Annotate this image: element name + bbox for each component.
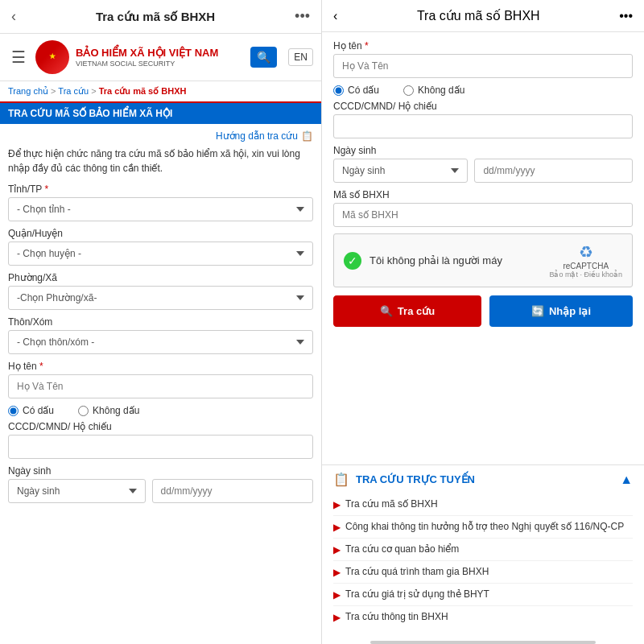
left-nav-title: Tra cứu mã số BHXH — [96, 10, 215, 24]
arrow-icon: ▶ — [333, 544, 341, 555]
thon-label: Thôn/Xóm — [8, 316, 313, 328]
right-ho-ten-label: Họ tên * — [333, 40, 633, 52]
right-ma-so-label: Mã số BHXH — [333, 189, 633, 200]
ho-ten-group: Họ tên * — [8, 361, 313, 398]
khong-dau-radio-label[interactable]: Không dấu — [78, 405, 139, 416]
arrow-icon: ▶ — [333, 522, 341, 533]
ngay-sinh-select[interactable]: Ngày sinh — [8, 479, 146, 503]
captcha-checkmark: ✓ — [344, 252, 361, 270]
recaptcha-icon: ♻ — [579, 242, 593, 262]
hamburger-button[interactable]: ☰ — [8, 46, 29, 68]
thon-group: Thôn/Xóm - Chọn thôn/xóm - — [8, 316, 313, 354]
captcha-right: ♻ reCAPTCHA Bảo mật · Điều khoản — [549, 242, 622, 279]
logo-sub-text: VIETNAM SOCIAL SECURITY — [76, 60, 218, 68]
guide-link-icon: 📋 — [301, 130, 313, 142]
right-nav-dots[interactable]: ••• — [619, 9, 633, 23]
list-item[interactable]: ▶ Tra cứu mã số BHXH — [333, 493, 633, 516]
right-ma-so-input[interactable] — [333, 203, 633, 227]
list-item[interactable]: ▶ Công khai thông tin hưởng hỗ trợ theo … — [333, 516, 633, 539]
logo-text-block: BẢO HIỂM XÃ HỘI VIỆT NAM VIETNAM SOCIAL … — [76, 47, 218, 68]
right-panel: ‹ Tra cứu mã số BHXH ••• Họ tên * Có dấu… — [322, 0, 644, 644]
co-dau-label: Có dấu — [23, 405, 54, 416]
accent-radio-group: Có dấu Không dấu — [8, 405, 313, 416]
search-button-icon: 🔍 — [380, 305, 393, 317]
form-description: Để thực hiện chức năng tra cứu mã số bảo… — [8, 147, 313, 175]
guide-link-text[interactable]: Hướng dẫn tra cứu — [216, 130, 298, 142]
logo-main-text: BẢO HIỂM XÃ HỘI VIỆT NAM — [76, 47, 218, 60]
bottom-bar — [370, 641, 596, 644]
breadcrumb-parent[interactable]: Tra cứu — [58, 86, 89, 96]
arrow-icon: ▶ — [333, 612, 341, 623]
search-button-label: Tra cứu — [398, 305, 435, 317]
left-panel: ‹ Tra cứu mã số BHXH ••• ☰ ★ BẢO HIỂM XÃ… — [0, 0, 322, 644]
online-title: 📋 TRA CỨU TRỰC TUYẾN — [333, 472, 475, 487]
right-ho-ten-input[interactable] — [333, 54, 633, 78]
list-item-text: Công khai thông tin hưởng hỗ trợ theo Ng… — [345, 521, 624, 532]
phuong-label: Phường/Xã — [8, 272, 313, 283]
left-header-logo: ☰ ★ BẢO HIỂM XÃ HỘI VIỆT NAM VIETNAM SOC… — [0, 34, 321, 81]
breadcrumb-current: Tra cứu mã số BHXH — [99, 86, 187, 96]
online-list: ▶ Tra cứu mã số BHXH ▶ Công khai thông t… — [333, 493, 633, 628]
reset-button-icon: 🔄 — [531, 305, 544, 317]
right-khong-dau-radio[interactable] — [403, 85, 414, 96]
online-header: 📋 TRA CỨU TRỰC TUYẾN ▲ — [333, 465, 633, 493]
phuong-select[interactable]: -Chọn Phường/xã- — [8, 286, 313, 310]
online-collapse-button[interactable]: ▲ — [620, 473, 633, 487]
cccd-label: CCCD/CMND/ Hộ chiếu — [8, 421, 313, 432]
khong-dau-radio[interactable] — [78, 406, 89, 416]
tinh-group: Tỉnh/TP * - Chọn tỉnh - — [8, 184, 313, 221]
right-top-nav: ‹ Tra cứu mã số BHXH ••• — [322, 0, 644, 32]
logo-circle: ★ — [35, 40, 69, 74]
right-ngay-sinh-select[interactable]: Ngày sinh — [333, 159, 468, 183]
language-button[interactable]: EN — [288, 48, 313, 66]
recaptcha-sub: Bảo mật · Điều khoản — [549, 270, 622, 279]
right-co-dau-radio[interactable] — [333, 85, 344, 96]
left-nav-dots[interactable]: ••• — [295, 8, 310, 25]
right-cccd-label: CCCD/CMND/ Hộ chiếu — [333, 101, 633, 112]
quan-label: Quận/Huyện — [8, 228, 313, 239]
cccd-group: CCCD/CMND/ Hộ chiếu — [8, 421, 313, 459]
right-back-icon[interactable]: ‹ — [333, 9, 337, 23]
ngay-sinh-label: Ngày sinh — [8, 465, 313, 477]
breadcrumb-home[interactable]: Trang chủ — [8, 86, 48, 96]
online-title-text: TRA CỨU TRỰC TUYẾN — [356, 473, 475, 485]
section-title-bar: TRA CỨU MÃ SỐ BẢO HIỂM XÃ HỘI — [0, 103, 321, 124]
right-ngay-sinh-label: Ngày sinh — [333, 145, 633, 156]
left-top-nav: ‹ Tra cứu mã số BHXH ••• — [0, 0, 321, 34]
right-cccd-input[interactable] — [333, 114, 633, 138]
breadcrumb: Trang chủ > Tra cứu > Tra cứu mã số BHXH — [0, 81, 321, 103]
right-form-area: Họ tên * Có dấu Không dấu CCCD/CMND/ Hộ … — [322, 32, 644, 464]
right-co-dau-radio-label[interactable]: Có dấu — [333, 85, 379, 96]
arrow-icon: ▶ — [333, 499, 341, 510]
guide-link[interactable]: Hướng dẫn tra cứu 📋 — [8, 130, 313, 142]
list-item[interactable]: ▶ Tra cứu cơ quan bảo hiểm — [333, 539, 633, 561]
reset-button[interactable]: 🔄 Nhập lại — [489, 295, 633, 327]
right-khong-dau-radio-label[interactable]: Không dấu — [403, 85, 464, 96]
khong-dau-label: Không dấu — [93, 405, 139, 416]
list-item-text: Tra cứu thông tin BHXH — [345, 611, 448, 622]
list-item-text: Tra cứu mã số BHXH — [345, 498, 438, 510]
thon-select[interactable]: - Chọn thôn/xóm - — [8, 330, 313, 354]
cccd-input[interactable] — [8, 435, 313, 459]
tinh-select[interactable]: - Chọn tỉnh - — [8, 197, 313, 221]
list-item[interactable]: ▶ Tra cứu thông tin BHXH — [333, 606, 633, 628]
left-back-icon[interactable]: ‹ — [11, 8, 16, 25]
list-item[interactable]: ▶ Tra cứu giá trị sử dụng thẻ BHYT — [333, 584, 633, 606]
co-dau-radio[interactable] — [8, 406, 19, 416]
header-search-button[interactable]: 🔍 — [250, 47, 277, 68]
arrow-icon: ▶ — [333, 589, 341, 601]
ho-ten-input[interactable] — [8, 374, 313, 398]
online-section: 📋 TRA CỨU TRỰC TUYẾN ▲ ▶ Tra cứu mã số B… — [322, 464, 644, 636]
captcha-box[interactable]: ✓ Tôi không phải là người máy ♻ reCAPTCH… — [333, 233, 633, 287]
right-date-input[interactable] — [474, 159, 633, 183]
list-item-text: Tra cứu quá trình tham gia BHXH — [345, 566, 489, 577]
captcha-left: ✓ Tôi không phải là người máy — [344, 252, 502, 270]
right-ngay-sinh-group: Ngày sinh Ngày sinh — [333, 145, 633, 183]
recaptcha-label: reCAPTCHA — [563, 262, 609, 270]
quan-select[interactable]: - Chọn huyện - — [8, 242, 313, 266]
left-form-area: Hướng dẫn tra cứu 📋 Để thực hiện chức nă… — [0, 124, 321, 644]
search-button[interactable]: 🔍 Tra cứu — [333, 295, 481, 327]
list-item[interactable]: ▶ Tra cứu quá trình tham gia BHXH — [333, 561, 633, 584]
co-dau-radio-label[interactable]: Có dấu — [8, 405, 54, 416]
date-input[interactable] — [152, 479, 313, 503]
